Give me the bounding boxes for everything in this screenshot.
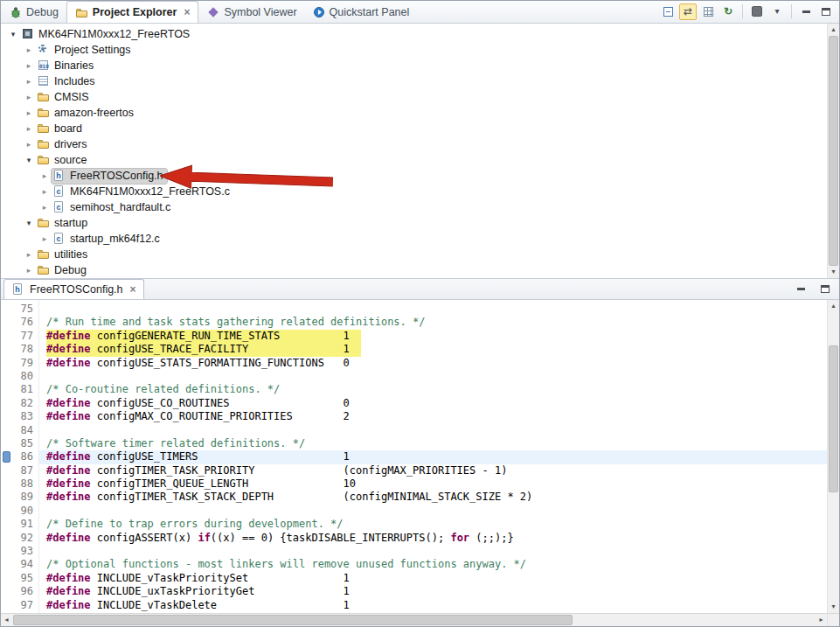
scroll-right-arrow[interactable]: ▸ [816,614,827,626]
tree-scrollbar[interactable]: ▴ ▾ [827,24,839,278]
expand-arrow-icon[interactable]: ▸ [22,77,36,86]
tree-item-includes[interactable]: ▸Includes [1,73,827,89]
code-line-78[interactable]: #define configUSE_TRACE_FACILITY 1 [39,343,827,356]
minimize-view-button[interactable] [797,3,815,20]
scroll-down-arrow[interactable]: ▾ [828,266,839,278]
editor-tab-freertosconfig-h[interactable]: FreeRTOSConfig.h × [3,279,144,299]
line-number[interactable]: 97 [13,599,33,612]
tree-item-content[interactable]: board [36,122,86,136]
code-line-91[interactable]: /* Define to trap errors during developm… [39,518,827,531]
scroll-up-arrow[interactable]: ▴ [828,300,839,312]
scroll-up-arrow[interactable]: ▴ [828,24,839,36]
code-line-88[interactable]: #define configTIMER_QUEUE_LENGTH 10 [39,477,827,491]
line-number[interactable]: 76 [13,316,33,329]
tree-item-content[interactable]: utilities [36,247,91,262]
code-line-96[interactable]: #define INCLUDE_uxTaskPriorityGet 1 [39,585,827,598]
tree-item-board[interactable]: ▸board [1,121,827,136]
scrollbar-thumb[interactable] [829,345,838,492]
tree-item-mk64fn1m0xxx12-freertos-c[interactable]: ▸MK64FN1M0xxx12_FreeRTOS.c [1,184,827,199]
tree-item-semihost-hardfault-c[interactable]: ▸semihost_hardfault.c [1,199,827,215]
scrollbar-thumb[interactable] [13,615,573,625]
code-line-75[interactable] [39,303,827,316]
line-number[interactable]: 82 [13,397,33,410]
dropdown-menu-button[interactable]: ▾ [768,3,786,20]
editor-hscrollbar[interactable]: ◂ ▸ [1,613,827,626]
tree-item-content[interactable]: startup [36,216,91,231]
tree-item-content[interactable]: MK64FN1M0xxx12_FreeRTOS.c [52,185,233,199]
code-line-89[interactable]: #define configTIMER_TASK_STACK_DEPTH (co… [39,491,827,504]
line-number[interactable]: 96 [13,585,33,598]
code-line-86[interactable]: #define configUSE_TIMERS 1 [39,450,827,463]
code-line-87[interactable]: #define configTIMER_TASK_PRIORITY (confi… [39,464,827,477]
view-menu-button[interactable] [748,3,766,20]
line-number[interactable]: 77 [13,330,33,343]
tree-item-project-settings[interactable]: ▸Project Settings [1,42,827,58]
code-line-81[interactable]: /* Co-routine related definitions. */ [39,383,827,396]
collapse-arrow-icon[interactable]: ▾ [22,219,36,227]
scrollbar-thumb[interactable] [829,36,838,266]
tab-project-explorer[interactable]: Project Explorer × [66,1,199,23]
code-editor[interactable]: /* Run time and task stats gathering rel… [39,300,827,613]
tree-item-binaries[interactable]: ▸Binaries [1,58,827,73]
line-number[interactable]: 93 [13,545,33,558]
close-icon[interactable]: × [130,284,136,295]
tree-item-amazon-freertos[interactable]: ▸amazon-freertos [1,105,827,121]
code-line-90[interactable] [39,505,827,518]
tree-item-content[interactable]: Project Settings [36,43,135,58]
expand-arrow-icon[interactable]: ▸ [22,61,36,70]
collapse-all-button[interactable] [659,3,677,20]
scroll-left-arrow[interactable]: ◂ [1,614,12,626]
line-number[interactable]: 85 [13,437,33,450]
tree-item-content[interactable]: MK64FN1M0xxx12_FreeRTOS [20,27,193,42]
expand-arrow-icon[interactable]: ▸ [38,234,52,243]
tree-item-cmsis[interactable]: ▸CMSIS [1,89,827,105]
code-line-82[interactable]: #define configUSE_CO_ROUTINES 0 [39,397,827,410]
tree-item-content[interactable]: startup_mk64f12.c [52,232,163,247]
annotation-ruler[interactable] [1,300,13,613]
expand-arrow-icon[interactable]: ▸ [22,124,36,133]
tab-symbol-viewer[interactable]: Symbol Viewer [198,1,304,23]
line-number[interactable]: 86 [13,450,33,463]
line-number[interactable]: 80 [13,370,33,383]
tree-item-source[interactable]: ▾source [1,152,827,168]
refresh-button[interactable]: ↻ [719,3,737,20]
code-line-77[interactable]: #define configGENERATE_RUN_TIME_STATS 1 [39,330,827,343]
line-number[interactable]: 83 [13,410,33,423]
line-number[interactable]: 91 [13,518,33,531]
tree-item-content[interactable]: Includes [36,74,99,89]
code-line-95[interactable]: #define INCLUDE_vTaskPrioritySet 1 [39,572,827,585]
line-number[interactable]: 87 [13,464,33,477]
tree-item-utilities[interactable]: ▸utilities [1,247,827,262]
tree-item-content[interactable]: source [36,153,91,168]
expand-arrow-icon[interactable]: ▸ [22,93,36,101]
code-line-84[interactable] [39,424,827,437]
code-line-92[interactable]: #define configASSERT(x) if((x) == 0) {ta… [39,532,827,545]
expand-arrow-icon[interactable]: ▸ [22,45,36,54]
close-icon[interactable]: × [184,7,190,17]
tree-item-mk64fn1m0xxx12-freertos[interactable]: ▾MK64FN1M0xxx12_FreeRTOS [1,26,827,42]
collapse-arrow-icon[interactable]: ▾ [22,156,36,164]
line-number[interactable]: 90 [13,505,33,518]
maximize-editor-button[interactable] [816,281,834,297]
line-number[interactable]: 84 [13,424,33,437]
tree-item-startup[interactable]: ▾startup [1,215,827,231]
tree-item-drivers[interactable]: ▸drivers [1,136,827,152]
collapse-arrow-icon[interactable]: ▾ [6,30,20,38]
editor-scrollbar[interactable]: ▴ ▾ [827,300,839,613]
expand-arrow-icon[interactable]: ▸ [38,171,52,180]
link-with-editor-button[interactable]: ⇄ [679,3,697,20]
code-line-79[interactable]: #define configUSE_STATS_FORMATTING_FUNCT… [39,357,827,370]
code-line-85[interactable]: /* Software timer related definitions. *… [39,437,827,450]
tree-item-content[interactable]: Binaries [36,59,97,73]
expand-arrow-icon[interactable]: ▸ [38,203,52,212]
line-number[interactable]: 95 [13,572,33,585]
tree-item-content[interactable]: CMSIS [36,90,93,105]
expand-arrow-icon[interactable]: ▸ [22,108,36,117]
line-number[interactable]: 78 [13,343,33,356]
code-line-76[interactable]: /* Run time and task stats gathering rel… [39,316,827,329]
tree-item-content[interactable]: semihost_hardfault.c [52,200,174,215]
code-line-93[interactable] [39,545,827,558]
line-number[interactable]: 94 [13,558,33,571]
expand-arrow-icon[interactable]: ▸ [38,187,52,196]
line-number[interactable]: 75 [13,303,33,316]
